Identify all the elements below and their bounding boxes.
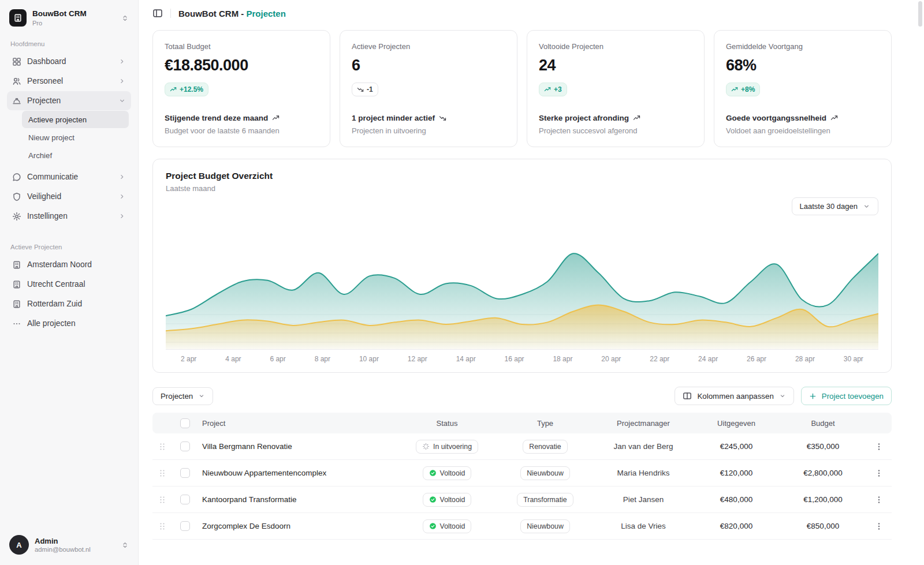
chevron-up-down-icon[interactable] [121,541,129,549]
sidebar-project-label: Rotterdam Zuid [27,300,82,308]
budget-amount: €850,000 [780,522,866,530]
project-name[interactable]: Villa Bergmann Renovatie [198,442,397,451]
sidebar-item-personeel[interactable]: Personeel [7,72,131,91]
chevron-up-down-icon[interactable] [121,14,129,22]
sidebar-item-instellingen[interactable]: Instellingen [7,207,131,226]
sidebar-subitem-actieve-projecten[interactable]: Actieve projecten [22,111,129,128]
row-actions-kebab-icon[interactable] [866,469,892,478]
x-axis-label: 12 apr [408,355,427,363]
trending-down-icon [357,86,364,93]
row-checkbox[interactable] [180,495,190,504]
sidebar-item-alle-projecten[interactable]: Alle projecten [7,314,131,333]
trend-badge: -1 [352,83,378,96]
date-range-value: Laatste 30 dagen [800,202,858,211]
sidebar-project-rotterdam-zuid[interactable]: Rotterdam Zuid [7,294,131,313]
drag-handle-icon[interactable] [152,522,172,531]
project-name[interactable]: Nieuwbouw Appartementencomplex [198,469,397,477]
trending-up-icon [731,86,738,93]
brand-logo [9,9,27,27]
workspace-switcher[interactable]: BouwBot CRM Pro [7,8,131,28]
scope-select[interactable]: Projecten [152,387,213,405]
columns-icon [683,391,692,401]
stat-card-gemiddelde-voortgang: Gemiddelde Voortgang 68% +8% Goede voort… [714,30,892,147]
check-circle-icon [429,496,437,503]
trending-up-icon [633,114,640,122]
sidebar-nav: Dashboard Personeel Projecten Actieve pr… [7,52,131,226]
row-checkbox[interactable] [180,441,190,451]
trending-up-icon [170,86,177,93]
table-toolbar: Projecten Kolommen aanpassen Project toe… [152,387,892,405]
row-actions-kebab-icon[interactable] [866,522,892,531]
project-name[interactable]: Zorgcomplex De Esdoorn [198,522,397,530]
stat-trend-text: Sterke project afronding [539,114,692,122]
row-actions-kebab-icon[interactable] [866,442,892,451]
status-badge: Voltooid [423,466,472,480]
sidebar-item-dashboard[interactable]: Dashboard [7,52,131,71]
table-header-row: Project Status Type Projectmanager Uitge… [152,413,892,433]
stat-subtext: Voldoet aan groeidoelstellingen [726,126,880,135]
sidebar-section-hoofdmenu: Hoofdmenu [10,40,128,47]
stat-subtext: Projecten succesvol afgerond [539,126,692,135]
stat-card-totaal-budget: Totaal Budget €18.850.000 +12.5% Stijgen… [152,30,330,147]
type-badge: Renovatie [523,440,567,454]
table-row: Nieuwbouw Appartementencomplex Voltooid … [152,460,892,487]
stat-value: €18.850.000 [165,57,318,74]
sidebar-subitem-nieuw-project[interactable]: Nieuw project [22,129,129,146]
stat-title: Totaal Budget [165,42,318,51]
select-all-checkbox[interactable] [180,418,190,428]
trend-badge: +8% [726,83,760,96]
x-axis-label: 10 apr [359,355,379,363]
status-badge: Voltooid [423,493,472,507]
header-divider [170,9,171,18]
stat-value: 68% [726,57,880,74]
row-actions-kebab-icon[interactable] [866,495,892,504]
sidebar-project-label: Utrecht Centraal [27,280,85,289]
row-checkbox[interactable] [180,468,190,478]
sidebar-project-utrecht-centraal[interactable]: Utrecht Centraal [7,275,131,294]
drag-handle-icon[interactable] [152,495,172,504]
x-axis-label: 24 apr [698,355,718,363]
sidebar-item-communicatie[interactable]: Communicatie [7,167,131,186]
row-checkbox[interactable] [180,521,190,531]
page-title: BouwBot CRM - Projecten [178,9,286,18]
x-axis-label: 18 apr [553,355,572,363]
sidebar-item-projecten[interactable]: Projecten [7,91,131,110]
building-icon [12,280,21,289]
brand-name: BouwBot CRM [32,9,87,18]
sidebar-item-veiligheid[interactable]: Veiligheid [7,187,131,206]
chat-bubble-icon [12,173,21,182]
project-name[interactable]: Kantoorpand Transformatie [198,495,397,504]
avatar: A [9,535,29,555]
plan-label: Pro [32,20,87,27]
ellipsis-icon [12,319,21,328]
sidebar-subitem-archief[interactable]: Archief [22,147,129,164]
chevron-right-icon [118,77,126,85]
trending-up-icon [830,114,838,122]
dashboard-icon [12,57,21,66]
add-project-button[interactable]: Project toevoegen [801,387,892,405]
stat-title: Voltooide Projecten [539,42,692,51]
chevron-right-icon [118,193,126,200]
drag-handle-icon[interactable] [152,442,172,451]
drag-handle-icon[interactable] [152,469,172,478]
sidebar-project-amsterdam-noord[interactable]: Amsterdam Noord [7,255,131,274]
budget-amount: €350,000 [780,442,866,451]
x-axis-label: 4 apr [225,355,241,363]
trend-badge: +3 [539,83,567,96]
col-header-budget: Budget [780,419,866,428]
user-menu[interactable]: A Admin admin@bouwbot.nl [7,533,131,557]
loader-spinner-icon [422,443,430,450]
budget-amount: €1,200,000 [780,495,866,504]
sidebar-toggle-icon[interactable] [152,8,163,18]
date-range-select[interactable]: Laatste 30 dagen [792,197,878,215]
sidebar-subitem-label: Archief [28,151,52,160]
x-axis-label: 8 apr [315,355,330,363]
stat-title: Gemiddelde Voortgang [726,42,880,51]
user-name: Admin [35,537,91,545]
scrollbar-thumb[interactable] [918,1,922,27]
stat-subtext: Budget voor de laatste 6 maanden [165,126,318,135]
customize-columns-button[interactable]: Kolommen aanpassen [675,387,793,405]
chevron-down-icon [779,392,786,399]
stat-card-voltooide-projecten: Voltooide Projecten 24 +3 Sterke project… [527,30,705,147]
stat-trend-text: Stijgende trend deze maand [165,114,318,122]
